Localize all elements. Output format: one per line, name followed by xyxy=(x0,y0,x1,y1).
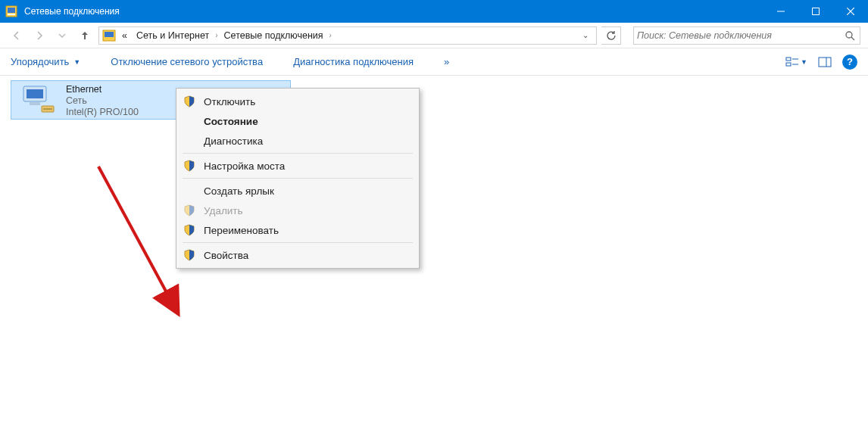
shield-icon xyxy=(183,95,196,107)
separator xyxy=(183,153,413,154)
shield-icon xyxy=(183,224,196,236)
organize-menu[interactable]: Упорядочить ▼ xyxy=(11,56,80,67)
svg-rect-18 xyxy=(27,89,43,98)
diagnose-label: Диагностика подключения xyxy=(293,56,414,67)
svg-line-22 xyxy=(98,167,174,307)
ctx-status-label: Состояние xyxy=(204,116,258,127)
ctx-diagnose[interactable]: Диагностика xyxy=(176,131,419,151)
preview-pane-button[interactable] xyxy=(818,57,832,67)
breadcrumb-seg2[interactable]: Сетевые подключения xyxy=(221,30,326,41)
svg-rect-4 xyxy=(813,8,820,15)
breadcrumb-seg1[interactable]: Сеть и Интернет xyxy=(133,30,212,41)
svg-rect-15 xyxy=(819,58,831,67)
context-menu: Отключить Состояние Диагностика Настройк… xyxy=(176,88,420,269)
ctx-properties-label: Свойства xyxy=(204,250,248,261)
breadcrumb-history-dropdown[interactable]: ⌄ xyxy=(578,31,593,39)
svg-rect-12 xyxy=(786,63,791,66)
search-icon[interactable] xyxy=(843,30,857,41)
minimize-button[interactable] xyxy=(763,0,798,23)
ctx-shortcut-label: Создать ярлык xyxy=(204,185,274,197)
breadcrumb-prefix: « xyxy=(119,30,130,41)
command-bar: Упорядочить ▼ Отключение сетевого устрой… xyxy=(0,48,868,76)
ctx-disable[interactable]: Отключить xyxy=(176,92,419,111)
adapter-status: Сеть xyxy=(66,95,139,107)
ctx-diagnose-label: Диагностика xyxy=(204,135,263,147)
maximize-button[interactable] xyxy=(798,0,833,23)
chevron-down-icon: ▼ xyxy=(801,58,807,66)
content-area: Ethernet Сеть Intel(R) PRO/100 xyxy=(0,76,868,439)
ctx-rename[interactable]: Переименовать xyxy=(176,220,419,240)
search-box[interactable] xyxy=(633,26,860,45)
ctx-delete-label: Удалить xyxy=(204,205,243,216)
chevron-right-icon[interactable]: › xyxy=(329,31,332,39)
organize-label: Упорядочить xyxy=(11,56,69,67)
separator xyxy=(183,242,413,243)
forward-button[interactable] xyxy=(30,26,48,45)
ctx-disable-label: Отключить xyxy=(204,96,255,107)
app-icon xyxy=(0,5,23,17)
svg-rect-19 xyxy=(30,102,40,105)
svg-point-9 xyxy=(846,32,852,38)
refresh-button[interactable] xyxy=(601,26,621,45)
shield-icon xyxy=(183,204,196,216)
breadcrumb[interactable]: « Сеть и Интернет › Сетевые подключения … xyxy=(98,26,597,45)
svg-rect-11 xyxy=(786,58,791,61)
ctx-rename-label: Переименовать xyxy=(204,225,279,236)
folder-icon xyxy=(102,30,116,42)
more-commands[interactable]: » xyxy=(444,56,449,67)
help-button[interactable]: ? xyxy=(842,54,857,70)
recent-locations-button[interactable] xyxy=(53,26,71,45)
ctx-bridge-label: Настройка моста xyxy=(204,160,285,172)
window-title: Сетевые подключения xyxy=(23,6,763,17)
disable-device-command[interactable]: Отключение сетевого устройства xyxy=(111,56,263,67)
diagnose-command[interactable]: Диагностика подключения xyxy=(293,56,414,67)
chevron-right-icon[interactable]: › xyxy=(215,31,217,39)
ctx-shortcut[interactable]: Создать ярлык xyxy=(176,181,419,201)
more-label: » xyxy=(444,56,449,67)
svg-rect-1 xyxy=(8,8,15,13)
network-adapter-icon xyxy=(17,84,58,116)
shield-icon xyxy=(183,249,196,261)
svg-rect-8 xyxy=(105,32,114,37)
shield-icon xyxy=(183,160,196,172)
ctx-status[interactable]: Состояние xyxy=(176,111,419,131)
ctx-properties[interactable]: Свойства xyxy=(176,245,419,265)
chevron-down-icon: ▼ xyxy=(73,58,80,66)
svg-rect-2 xyxy=(8,14,15,15)
adapter-device: Intel(R) PRO/100 xyxy=(66,107,139,118)
disable-device-label: Отключение сетевого устройства xyxy=(111,56,263,67)
back-button[interactable] xyxy=(8,26,26,45)
ctx-bridge[interactable]: Настройка моста xyxy=(176,156,419,176)
view-options-button[interactable]: ▼ xyxy=(785,57,807,67)
close-button[interactable] xyxy=(833,0,868,23)
up-button[interactable] xyxy=(76,26,94,45)
search-input[interactable] xyxy=(637,30,843,41)
svg-line-10 xyxy=(851,37,854,40)
adapter-name: Ethernet xyxy=(66,84,139,95)
ctx-delete: Удалить xyxy=(176,201,419,220)
separator xyxy=(183,178,413,179)
address-bar: « Сеть и Интернет › Сетевые подключения … xyxy=(0,23,868,48)
titlebar: Сетевые подключения xyxy=(0,0,868,23)
